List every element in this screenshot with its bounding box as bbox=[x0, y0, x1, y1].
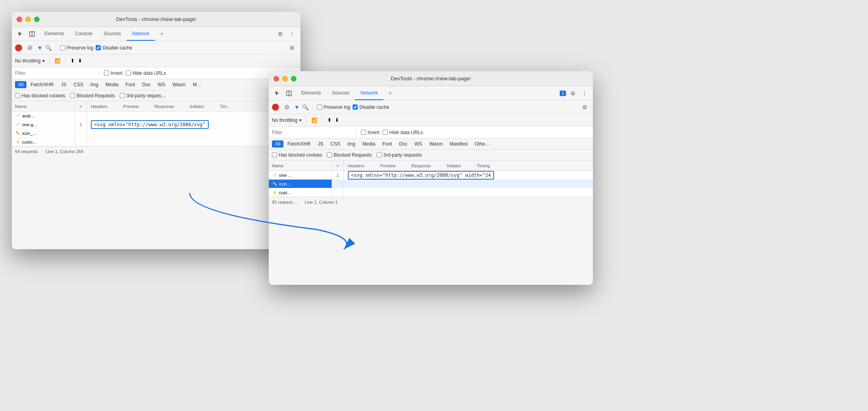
maximize-button-2[interactable] bbox=[291, 76, 296, 81]
throttle-select-2[interactable]: No throttling ▾ bbox=[272, 117, 302, 123]
filter-xhr-1[interactable]: Fetch/XHR bbox=[27, 81, 57, 88]
filter-media-1[interactable]: Media bbox=[102, 81, 122, 88]
filter-font-2[interactable]: Font bbox=[379, 140, 395, 148]
blocked-requests-checkbox-2[interactable]: Blocked Requests bbox=[327, 152, 372, 158]
third-party-input-1[interactable] bbox=[120, 93, 125, 98]
invert-input-2[interactable] bbox=[361, 130, 366, 135]
minimize-button-2[interactable] bbox=[282, 76, 288, 81]
tab-more-2[interactable]: » bbox=[383, 86, 397, 100]
blocked-requests-input-1[interactable] bbox=[70, 93, 75, 98]
filter-ws-1[interactable]: WS bbox=[155, 81, 168, 88]
preserve-log-checkbox-1[interactable]: Preserve log bbox=[60, 45, 93, 51]
panels-icon-2[interactable] bbox=[284, 88, 294, 98]
third-party-input-2[interactable] bbox=[377, 152, 382, 157]
blocked-cookies-input-1[interactable] bbox=[15, 93, 20, 98]
close-button-2[interactable] bbox=[274, 76, 279, 81]
table-row-icon[interactable]: ✏️ icon_… bbox=[12, 129, 300, 138]
window-title-2: DevTools - chrome://new-tab-page/ bbox=[391, 76, 471, 81]
tab-network-1[interactable]: Network bbox=[126, 27, 155, 41]
row-name-icon-2: ✏️ icon… bbox=[269, 180, 332, 188]
filter-input-2[interactable] bbox=[272, 130, 351, 135]
invert-input-1[interactable] bbox=[104, 70, 109, 76]
preserve-log-checkbox-2[interactable]: Preserve log bbox=[317, 104, 350, 110]
hide-data-input-2[interactable] bbox=[383, 130, 388, 135]
tab-more-1[interactable]: » bbox=[155, 27, 169, 41]
settings-icon-2[interactable]: ⚙ bbox=[579, 102, 590, 112]
filter-doc-1[interactable]: Doc bbox=[139, 81, 153, 88]
tab-elements-2[interactable]: Elements bbox=[296, 86, 326, 100]
disable-cache-checkbox-1[interactable]: Disable cache bbox=[96, 45, 132, 51]
filter-other-2[interactable]: Othe… bbox=[472, 140, 493, 148]
hide-data-checkbox-2[interactable]: Hide data URLs bbox=[383, 130, 423, 135]
third-party-checkbox-1[interactable]: 3rd-party reques… bbox=[120, 93, 166, 98]
tab-sources-2[interactable]: Sources bbox=[326, 86, 355, 100]
more-icon-1[interactable]: ⋮ bbox=[287, 29, 297, 39]
cursor-icon[interactable] bbox=[15, 29, 25, 39]
filter-icon-2[interactable]: ▼ bbox=[294, 104, 300, 110]
filter-more-1[interactable]: M… bbox=[190, 81, 205, 88]
filter-wasm-1[interactable]: Wasm bbox=[169, 81, 189, 88]
filter-wasm-2[interactable]: Wasm bbox=[426, 140, 446, 148]
third-party-checkbox-2[interactable]: 3rd-party requests bbox=[377, 152, 422, 158]
hide-data-input-1[interactable] bbox=[126, 70, 131, 76]
filter-css-1[interactable]: CSS bbox=[70, 81, 87, 88]
filter-css-2[interactable]: CSS bbox=[327, 140, 343, 148]
filter-img-2[interactable]: Img bbox=[344, 140, 359, 148]
row-x-custo bbox=[75, 138, 87, 146]
table-row-custo[interactable]: ⚡ custo… bbox=[12, 138, 300, 146]
blocked-cookies-checkbox-2[interactable]: Has blocked cookies bbox=[272, 152, 322, 158]
gear-icon-2[interactable]: ⚙ bbox=[568, 88, 578, 98]
col-x-header-2: × bbox=[332, 161, 344, 170]
close-button-1[interactable] bbox=[17, 17, 22, 22]
table-row-oneg[interactable]: 📄 one-g… 1 <svg xmlns="http://www.w3.org… bbox=[12, 120, 300, 129]
invert-checkbox-1[interactable]: Invert bbox=[104, 70, 123, 76]
filter-doc-2[interactable]: Doc bbox=[396, 140, 410, 148]
record-button-1[interactable] bbox=[15, 44, 22, 51]
filter-js-2[interactable]: JS bbox=[315, 140, 326, 148]
panels-icon[interactable] bbox=[27, 29, 37, 39]
search-icon-2[interactable]: 🔍 bbox=[302, 104, 309, 110]
more-icon-2[interactable]: ⋮ bbox=[579, 88, 590, 98]
blocked-cookies-input-2[interactable] bbox=[272, 152, 277, 157]
preserve-log-input-1[interactable] bbox=[60, 45, 65, 50]
filter-media-2[interactable]: Media bbox=[359, 140, 379, 148]
table-row-icon-2[interactable]: ✏️ icon… bbox=[269, 180, 593, 188]
filter-js-1[interactable]: JS bbox=[58, 81, 70, 88]
invert-checkbox-2[interactable]: Invert bbox=[361, 130, 379, 135]
hide-data-checkbox-1[interactable]: Hide data URLs bbox=[126, 70, 166, 76]
minimize-button-1[interactable] bbox=[25, 17, 31, 22]
tab-elements-1[interactable]: Elements bbox=[39, 27, 70, 41]
preserve-log-input-2[interactable] bbox=[317, 104, 322, 110]
maximize-button-1[interactable] bbox=[34, 17, 40, 22]
settings-icon-1[interactable]: ⚙ bbox=[287, 43, 297, 53]
svg-response-1: <svg xmlns="http://www.w3.org/2000/svg" bbox=[91, 120, 209, 129]
blocked-requests-input-2[interactable] bbox=[327, 152, 332, 157]
tab-network-2[interactable]: Network bbox=[355, 86, 383, 100]
stop-icon-2[interactable]: ⊘ bbox=[281, 102, 292, 112]
filter-ws-2[interactable]: WS bbox=[411, 140, 425, 148]
record-button-2[interactable] bbox=[272, 104, 279, 111]
tab-console-1[interactable]: Console bbox=[70, 27, 98, 41]
blocked-requests-checkbox-1[interactable]: Blocked Requests bbox=[70, 93, 115, 98]
disable-cache-checkbox-2[interactable]: Disable cache bbox=[353, 104, 389, 110]
network-bar-1: ⊘ ▼ 🔍 Preserve log Disable cache ⚙ bbox=[12, 41, 300, 55]
filter-img-1[interactable]: Img bbox=[87, 81, 102, 88]
disable-cache-input-1[interactable] bbox=[96, 45, 101, 50]
filter-manifest-2[interactable]: Manifest bbox=[447, 140, 471, 148]
gear-icon-1[interactable]: ⚙ bbox=[275, 29, 285, 39]
table-row-cust-2[interactable]: ⚡ cust… bbox=[269, 188, 593, 197]
filter-input-1[interactable] bbox=[15, 70, 94, 76]
blocked-cookies-checkbox-1[interactable]: Has blocked cookies bbox=[15, 93, 65, 98]
search-icon-1[interactable]: 🔍 bbox=[45, 45, 52, 51]
table-row-one-2[interactable]: 📄 one-… 1 <svg xmlns="http://www.w3.org/… bbox=[269, 171, 593, 180]
filter-icon-1[interactable]: ▼ bbox=[37, 45, 43, 51]
filter-xhr-2[interactable]: Fetch/XHR bbox=[284, 140, 314, 148]
filter-font-1[interactable]: Font bbox=[122, 81, 138, 88]
filter-all-2[interactable]: All bbox=[272, 140, 283, 148]
throttle-select-1[interactable]: No throttling ▾ bbox=[15, 58, 45, 64]
tab-sources-1[interactable]: Sources bbox=[98, 27, 126, 41]
cursor-icon-2[interactable] bbox=[272, 88, 282, 98]
stop-icon-1[interactable]: ⊘ bbox=[25, 43, 35, 53]
disable-cache-input-2[interactable] bbox=[353, 104, 358, 110]
filter-all-1[interactable]: All bbox=[15, 81, 26, 88]
